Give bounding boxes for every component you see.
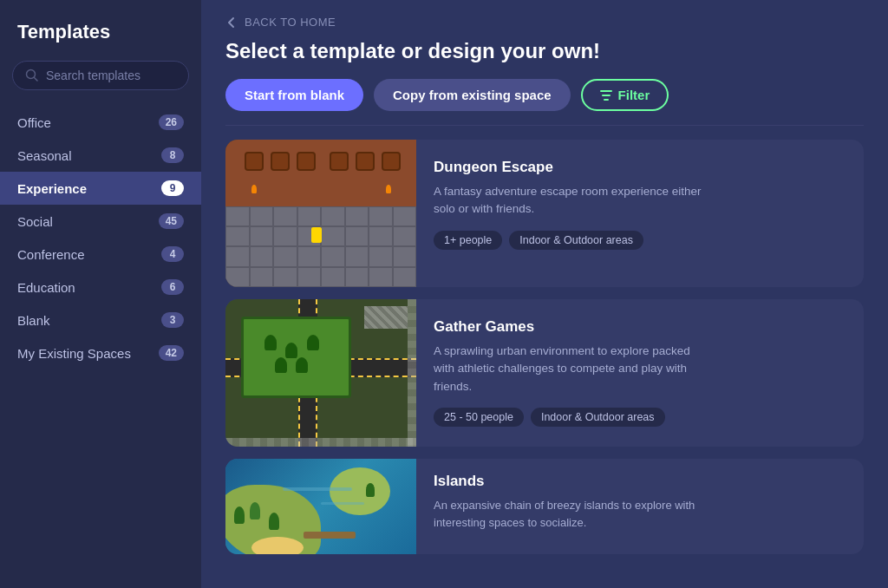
sidebar-item-office[interactable]: Office 26 [0,106,201,139]
tag-people: 1+ people [434,231,502,250]
filter-button[interactable]: Filter [581,79,669,111]
action-bar: Start from blank Copy from existing spac… [225,79,864,111]
template-card-gather-games[interactable]: Gather Games A sprawling urban environme… [225,299,864,447]
top-bar: BACK TO HOME Select a template or design… [201,0,888,126]
template-description: An expansive chain of breezy islands to … [434,497,711,531]
template-tags: 1+ people Indoor & Outdoor areas [434,231,846,250]
template-name: Islands [434,473,846,490]
start-from-blank-button[interactable]: Start from blank [225,79,363,111]
template-info-islands: Islands An expansive chain of breezy isl… [416,459,864,554]
template-info-gather-games: Gather Games A sprawling urban environme… [416,299,864,447]
search-input[interactable] [46,69,176,82]
template-name: Gather Games [434,318,846,336]
sidebar-item-blank[interactable]: Blank 3 [0,304,201,336]
template-list: Dungeon Escape A fantasy adventure escap… [201,126,888,588]
template-tags: 25 - 50 people Indoor & Outdoor areas [434,408,846,427]
sidebar-title: Templates [0,21,201,61]
template-thumbnail-islands [225,459,416,554]
search-icon [25,69,39,82]
sidebar-item-social[interactable]: Social 45 [0,205,201,238]
template-description: A fantasy adventure escape room experien… [434,183,711,219]
arrow-left-icon [225,16,238,29]
template-thumbnail-dungeon-escape [225,140,416,287]
main-content: BACK TO HOME Select a template or design… [201,0,888,588]
template-name: Dungeon Escape [434,159,846,176]
sidebar-item-my-existing-spaces[interactable]: My Existing Spaces 42 [0,336,201,369]
sidebar-item-seasonal[interactable]: Seasonal 8 [0,139,201,172]
sidebar-item-conference[interactable]: Conference 4 [0,238,201,271]
search-box[interactable] [12,61,189,90]
tag-people: 25 - 50 people [434,408,524,427]
tag-area: Indoor & Outdoor areas [509,231,643,250]
svg-line-1 [35,78,38,82]
back-to-home-link[interactable]: BACK TO HOME [225,16,864,29]
sidebar-item-experience[interactable]: Experience 9 [0,172,201,205]
template-card-dungeon-escape[interactable]: Dungeon Escape A fantasy adventure escap… [225,140,864,287]
copy-from-existing-button[interactable]: Copy from existing space [374,79,571,111]
filter-icon [600,89,612,101]
sidebar-navigation: Office 26 Seasonal 8 Experience 9 Social… [0,106,201,369]
sidebar-item-education[interactable]: Education 6 [0,271,201,304]
template-info-dungeon-escape: Dungeon Escape A fantasy adventure escap… [416,140,864,287]
page-title: Select a template or design your own! [225,39,864,63]
sidebar: Templates Office 26 Seasonal 8 Experienc… [0,0,201,588]
template-card-islands[interactable]: Islands An expansive chain of breezy isl… [225,459,864,554]
tag-area: Indoor & Outdoor areas [531,408,665,427]
template-thumbnail-gather-games [225,299,416,447]
template-description: A sprawling urban environment to explore… [434,343,711,395]
